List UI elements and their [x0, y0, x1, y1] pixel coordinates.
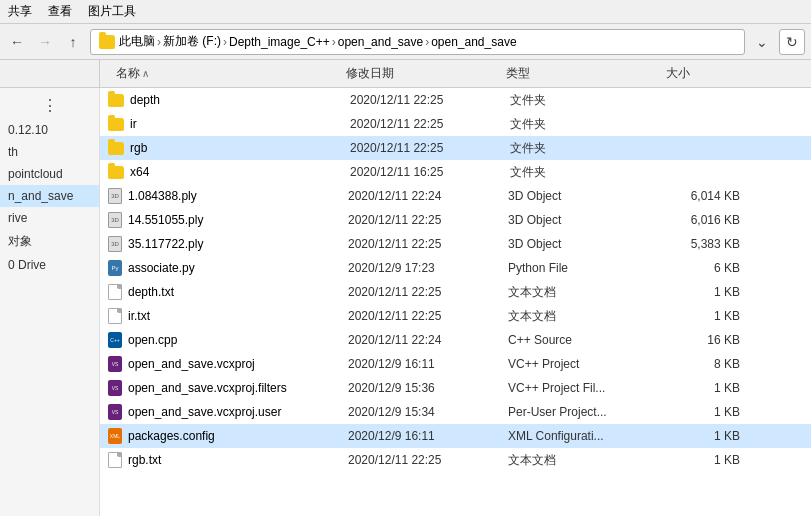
- col-size-header[interactable]: 大小: [658, 60, 738, 87]
- file-name: 35.117722.ply: [128, 237, 348, 251]
- doc-icon: [108, 284, 122, 300]
- sort-arrow-name: ∧: [142, 68, 149, 79]
- col-type-header[interactable]: 类型: [498, 60, 658, 87]
- table-row[interactable]: 3D 14.551055.ply 2020/12/11 22:25 3D Obj…: [100, 208, 811, 232]
- table-row[interactable]: VS open_and_save.vcxproj.user 2020/12/9 …: [100, 400, 811, 424]
- sidebar-header: [0, 60, 100, 88]
- vcxproj-icon: VS: [108, 356, 122, 372]
- table-row[interactable]: depth 2020/12/11 22:25 文件夹: [100, 88, 811, 112]
- table-row[interactable]: VS open_and_save.vcxproj.filters 2020/12…: [100, 376, 811, 400]
- cpp-icon: C++: [108, 332, 122, 348]
- sidebar-item-5[interactable]: 对象: [0, 229, 99, 254]
- table-row[interactable]: 3D 1.084388.ply 2020/12/11 22:24 3D Obje…: [100, 184, 811, 208]
- file-name: depth: [130, 93, 350, 107]
- col-name-header[interactable]: 名称 ∧: [108, 60, 338, 87]
- forward-button[interactable]: →: [34, 31, 56, 53]
- file-size: 5,383 KB: [668, 237, 748, 251]
- file-type: 3D Object: [508, 189, 668, 203]
- table-row[interactable]: ir 2020/12/11 22:25 文件夹: [100, 112, 811, 136]
- file-date: 2020/12/11 16:25: [350, 165, 510, 179]
- up-button[interactable]: ↑: [62, 31, 84, 53]
- menu-item-view[interactable]: 查看: [48, 3, 72, 20]
- file-date: 2020/12/11 22:25: [348, 309, 508, 323]
- file-size: 6,016 KB: [668, 213, 748, 227]
- table-row[interactable]: Py associate.py 2020/12/9 17:23 Python F…: [100, 256, 811, 280]
- table-row[interactable]: depth.txt 2020/12/11 22:25 文本文档 1 KB: [100, 280, 811, 304]
- file-date: 2020/12/11 22:25: [348, 213, 508, 227]
- table-row[interactable]: VS open_and_save.vcxproj 2020/12/9 16:11…: [100, 352, 811, 376]
- sidebar-item-3[interactable]: n_and_save: [0, 185, 99, 207]
- table-row[interactable]: x64 2020/12/11 16:25 文件夹: [100, 160, 811, 184]
- file-size: 6 KB: [668, 261, 748, 275]
- col-date-header[interactable]: 修改日期: [338, 60, 498, 87]
- folder-icon: [99, 35, 115, 49]
- file-date: 2020/12/9 15:36: [348, 381, 508, 395]
- file-date: 2020/12/11 22:25: [350, 141, 510, 155]
- table-row[interactable]: C++ open.cpp 2020/12/11 22:24 C++ Source…: [100, 328, 811, 352]
- folder-icon: [108, 142, 124, 155]
- doc-icon: [108, 452, 122, 468]
- sidebar-item-6[interactable]: 0 Drive: [0, 254, 99, 276]
- file-size: 16 KB: [668, 333, 748, 347]
- table-row[interactable]: ir.txt 2020/12/11 22:25 文本文档 1 KB: [100, 304, 811, 328]
- file-type: XML Configurati...: [508, 429, 668, 443]
- doc-icon: [108, 308, 122, 324]
- menu-item-share[interactable]: 共享: [8, 3, 32, 20]
- file-size: 1 KB: [668, 381, 748, 395]
- file-date: 2020/12/11 22:24: [348, 189, 508, 203]
- breadcrumb-part-2[interactable]: 新加卷 (F:): [163, 33, 221, 50]
- file-name: rgb: [130, 141, 350, 155]
- file-type: C++ Source: [508, 333, 668, 347]
- file-name: 1.084388.ply: [128, 189, 348, 203]
- file-type: 文本文档: [508, 308, 668, 325]
- table-row[interactable]: 3D 35.117722.ply 2020/12/11 22:25 3D Obj…: [100, 232, 811, 256]
- table-row[interactable]: rgb 2020/12/11 22:25 文件夹: [100, 136, 811, 160]
- file-type: VC++ Project: [508, 357, 668, 371]
- breadcrumb-part-4[interactable]: open_and_save: [338, 35, 423, 49]
- breadcrumb[interactable]: 此电脑 › 新加卷 (F:) › Depth_image_C++ › open_…: [90, 29, 745, 55]
- file-date: 2020/12/9 15:34: [348, 405, 508, 419]
- file-name: x64: [130, 165, 350, 179]
- refresh-button[interactable]: ↻: [779, 29, 805, 55]
- sidebar-item-2[interactable]: pointcloud: [0, 163, 99, 185]
- sidebar-item-1[interactable]: th: [0, 141, 99, 163]
- file-date: 2020/12/11 22:25: [348, 453, 508, 467]
- file-size: 1 KB: [668, 429, 748, 443]
- main-area: ⋮ 0.12.10 th pointcloud n_and_save rive …: [0, 88, 811, 516]
- menu-item-picture-tools[interactable]: 图片工具: [88, 3, 136, 20]
- ply-icon: 3D: [108, 188, 122, 204]
- file-size: 1 KB: [668, 285, 748, 299]
- file-type: Per-User Project...: [508, 405, 668, 419]
- table-row[interactable]: rgb.txt 2020/12/11 22:25 文本文档 1 KB: [100, 448, 811, 472]
- file-size: 6,014 KB: [668, 189, 748, 203]
- vcxproj-icon: VS: [108, 380, 122, 396]
- sidebar-item-4[interactable]: rive: [0, 207, 99, 229]
- file-size: 8 KB: [668, 357, 748, 371]
- breadcrumb-part-5[interactable]: open_and_save: [431, 35, 516, 49]
- back-button[interactable]: ←: [6, 31, 28, 53]
- sidebar: ⋮ 0.12.10 th pointcloud n_and_save rive …: [0, 88, 100, 516]
- file-name: open_and_save.vcxproj: [128, 357, 348, 371]
- file-date: 2020/12/9 16:11: [348, 429, 508, 443]
- folder-icon: [108, 94, 124, 107]
- file-name: associate.py: [128, 261, 348, 275]
- file-name: rgb.txt: [128, 453, 348, 467]
- file-list-header: 名称 ∧ 修改日期 类型 大小: [100, 60, 811, 88]
- file-date: 2020/12/11 22:25: [348, 237, 508, 251]
- column-headers: 名称 ∧ 修改日期 类型 大小: [0, 60, 811, 88]
- breadcrumb-part-1[interactable]: 此电脑: [119, 33, 155, 50]
- ply-icon: 3D: [108, 212, 122, 228]
- dropdown-button[interactable]: ⌄: [751, 31, 773, 53]
- vcxproj-icon: VS: [108, 404, 122, 420]
- breadcrumb-part-3[interactable]: Depth_image_C++: [229, 35, 330, 49]
- file-date: 2020/12/11 22:24: [348, 333, 508, 347]
- file-size: 1 KB: [668, 309, 748, 323]
- folder-icon: [108, 166, 124, 179]
- file-date: 2020/12/11 22:25: [348, 285, 508, 299]
- file-type: 文件夹: [510, 92, 670, 109]
- table-row[interactable]: XML packages.config 2020/12/9 16:11 XML …: [100, 424, 811, 448]
- file-name: ir: [130, 117, 350, 131]
- sidebar-item-0[interactable]: 0.12.10: [0, 119, 99, 141]
- file-name: ir.txt: [128, 309, 348, 323]
- file-type: 3D Object: [508, 237, 668, 251]
